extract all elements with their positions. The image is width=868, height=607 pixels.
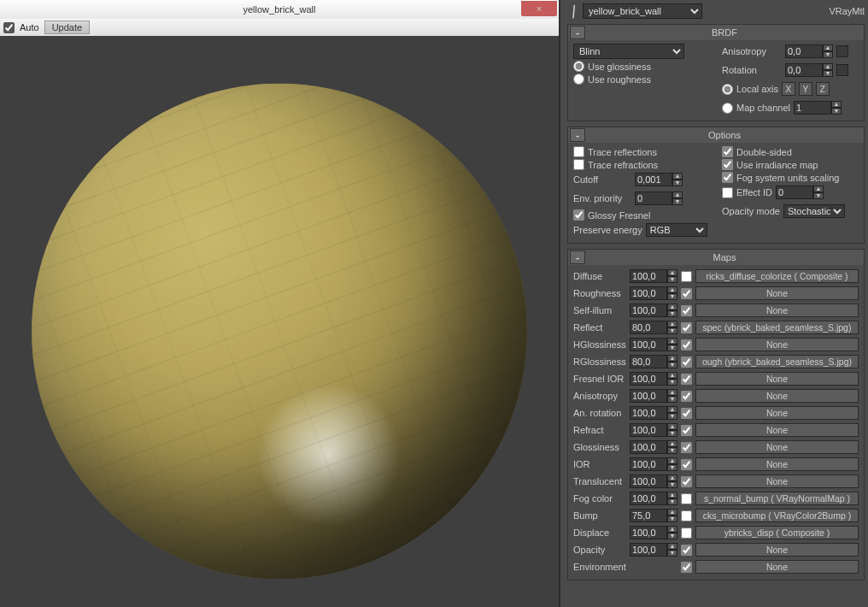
map-slot-button[interactable]: None (695, 440, 859, 454)
brdf-header[interactable]: - BRDF (568, 25, 864, 40)
options-rollout: - Options Trace reflections Trace refrac… (567, 127, 865, 244)
map-row: Bump▲▼cks_microbump ( VRayColor2Bump ) (573, 508, 859, 523)
local-axis-radio[interactable]: Local axis (722, 84, 778, 95)
map-enable-checkbox[interactable] (681, 545, 692, 556)
fog-scaling-checkbox[interactable]: Fog system units scaling (722, 172, 859, 183)
map-enable-checkbox[interactable] (681, 339, 692, 351)
map-amount-spinner[interactable]: ▲▼ (630, 355, 677, 368)
anisotropy-spinner[interactable]: ▲▼ (785, 44, 833, 58)
map-slot-button[interactable]: None (695, 543, 859, 557)
map-slot-button[interactable]: ricks_diffuse_colorize ( Composite ) (695, 269, 859, 283)
map-slot-button[interactable]: None (695, 457, 859, 471)
collapse-button[interactable]: - (570, 128, 585, 142)
map-amount-spinner[interactable]: ▲▼ (630, 372, 677, 386)
map-row: Anisotropy▲▼None (573, 388, 859, 404)
map-row: An. rotation▲▼None (573, 405, 859, 421)
material-preview-viewport[interactable] (0, 36, 559, 607)
update-button[interactable]: Update (44, 21, 90, 34)
map-enable-checkbox[interactable] (681, 476, 692, 487)
map-slot-button[interactable]: None (695, 286, 859, 300)
axis-y-button[interactable]: Y (799, 82, 812, 96)
eyedropper-icon[interactable] (565, 3, 582, 20)
map-enable-checkbox[interactable] (681, 288, 692, 299)
trace-reflections-checkbox[interactable]: Trace reflections (573, 146, 710, 157)
map-slot-button[interactable]: None (695, 423, 859, 437)
map-slot-button[interactable]: ough (ybrick_baked_seamless_S.jpg) (695, 355, 859, 368)
map-slot-button[interactable]: None (695, 338, 859, 351)
anisotropy-label: Anisotropy (722, 46, 782, 56)
axis-x-button[interactable]: X (782, 82, 795, 96)
map-enable-checkbox[interactable] (681, 357, 692, 368)
map-enable-checkbox[interactable] (681, 374, 692, 385)
effect-id-checkbox[interactable]: Effect ID (722, 187, 772, 198)
preview-toolbar: Auto Update (0, 19, 559, 36)
map-amount-spinner[interactable]: ▲▼ (630, 423, 677, 437)
map-slot-button[interactable]: None (695, 389, 859, 403)
map-enable-checkbox[interactable] (681, 391, 692, 402)
map-amount-spinner[interactable]: ▲▼ (630, 543, 677, 557)
rotation-mapslot[interactable] (836, 64, 848, 76)
effect-id-spinner[interactable]: ▲▼ (776, 186, 824, 199)
material-name-dropdown[interactable]: yellow_brick_wall (583, 3, 702, 19)
map-channel-radio[interactable]: Map channel (722, 103, 790, 114)
map-amount-spinner[interactable]: ▲▼ (630, 492, 677, 505)
env-priority-spinner[interactable]: ▲▼ (635, 192, 683, 205)
map-label: Reflect (573, 322, 626, 333)
map-amount-spinner[interactable]: ▲▼ (630, 269, 677, 283)
map-enable-checkbox[interactable] (681, 425, 692, 436)
map-amount-spinner[interactable]: ▲▼ (630, 509, 677, 522)
map-slot-button[interactable]: None (695, 304, 859, 317)
map-enable-checkbox[interactable] (681, 305, 692, 316)
options-header[interactable]: - Options (568, 127, 864, 143)
map-amount-spinner[interactable]: ▲▼ (630, 321, 677, 334)
double-sided-checkbox[interactable]: Double-sided (722, 146, 859, 157)
opacity-mode-dropdown[interactable]: Stochastic (783, 204, 845, 218)
map-slot-button[interactable]: ybricks_disp ( Composite ) (695, 526, 859, 539)
anisotropy-mapslot[interactable] (836, 45, 848, 57)
map-label: Self-illum (573, 305, 626, 315)
map-slot-button[interactable]: None (695, 406, 859, 420)
map-amount-spinner[interactable]: ▲▼ (630, 457, 677, 471)
map-enable-checkbox[interactable] (681, 408, 692, 419)
auto-checkbox[interactable] (3, 22, 15, 33)
maps-header[interactable]: - Maps (568, 250, 864, 265)
map-amount-spinner[interactable]: ▲▼ (630, 304, 677, 317)
map-enable-checkbox[interactable] (681, 562, 692, 573)
map-channel-spinner[interactable]: ▲▼ (794, 101, 842, 115)
map-amount-spinner[interactable]: ▲▼ (630, 440, 677, 454)
map-enable-checkbox[interactable] (681, 442, 692, 453)
glossy-fresnel-checkbox[interactable]: Glossy Fresnel (573, 209, 710, 221)
map-slot-button[interactable]: None (695, 372, 859, 386)
brdf-model-dropdown[interactable]: Blinn (573, 44, 684, 59)
map-slot-button[interactable]: None (695, 560, 859, 574)
map-amount-spinner[interactable]: ▲▼ (630, 389, 677, 403)
map-amount-spinner[interactable]: ▲▼ (630, 338, 677, 351)
map-enable-checkbox[interactable] (681, 271, 692, 282)
map-enable-checkbox[interactable] (681, 510, 692, 522)
collapse-button[interactable]: - (570, 26, 585, 39)
map-enable-checkbox[interactable] (681, 527, 692, 539)
axis-z-button[interactable]: Z (816, 82, 830, 96)
map-slot-button[interactable]: cks_microbump ( VRayColor2Bump ) (695, 509, 859, 522)
map-amount-spinner[interactable]: ▲▼ (630, 286, 677, 300)
map-label: Diffuse (573, 271, 626, 281)
map-slot-button[interactable]: None (695, 474, 859, 488)
map-amount-spinner[interactable]: ▲▼ (630, 474, 677, 488)
close-button[interactable]: × (521, 1, 557, 16)
use-roughness-radio[interactable]: Use roughness (573, 74, 710, 85)
map-slot-button[interactable]: s_normal_bump ( VRayNormalMap ) (695, 492, 859, 505)
map-slot-button[interactable]: spec (ybrick_baked_seamless_S.jpg) (695, 321, 859, 334)
rotation-spinner[interactable]: ▲▼ (785, 63, 833, 77)
map-enable-checkbox[interactable] (681, 459, 692, 470)
map-amount-spinner[interactable]: ▲▼ (630, 526, 677, 539)
trace-refractions-checkbox[interactable]: Trace refractions (573, 159, 710, 170)
use-glossiness-radio[interactable]: Use glossiness (573, 61, 710, 72)
cutoff-spinner[interactable]: ▲▼ (635, 173, 683, 186)
preserve-energy-dropdown[interactable]: RGB (646, 223, 707, 237)
collapse-button[interactable]: - (570, 250, 585, 264)
map-enable-checkbox[interactable] (681, 322, 692, 333)
close-icon: × (537, 3, 542, 14)
map-amount-spinner[interactable]: ▲▼ (630, 406, 677, 420)
use-irradiance-checkbox[interactable]: Use irradiance map (722, 159, 859, 170)
map-enable-checkbox[interactable] (681, 493, 692, 504)
